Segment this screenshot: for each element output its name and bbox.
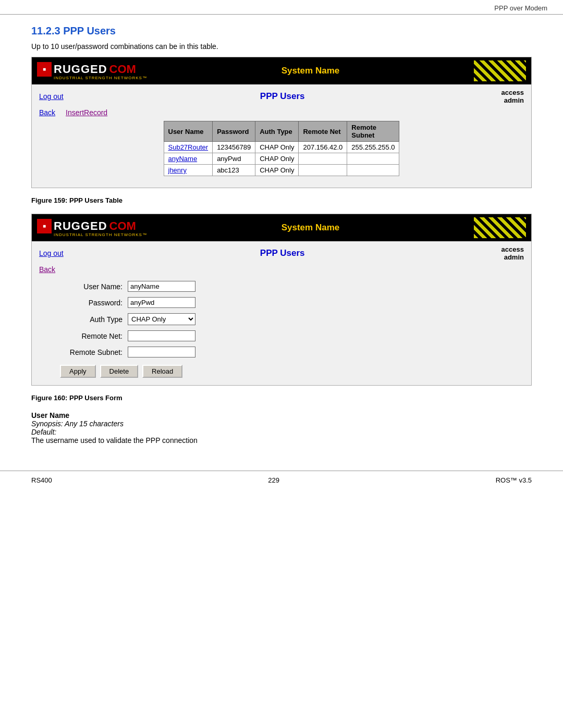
table-cell <box>347 153 399 165</box>
form-label-remotesubnet: Remote Subnet: <box>60 348 128 356</box>
form-label-authtype: Auth Type <box>60 315 128 324</box>
ruggedcom-logo-1: ■ RUGGEDCOM INDUSTRIAL STRENGTH NETWORKS… <box>37 62 147 80</box>
table-cell[interactable]: anyName <box>164 153 213 165</box>
footer-center: 229 <box>268 476 279 484</box>
table-cell[interactable]: Sub27Router <box>164 142 213 153</box>
form-input-remotenet[interactable] <box>128 330 195 341</box>
panel-2-header: ■ RUGGEDCOM INDUSTRIAL STRENGTH NETWORKS… <box>32 214 531 241</box>
panel-2-nav: Log out PPP Users access admin <box>39 245 524 261</box>
form-row-password: Password: <box>60 297 524 308</box>
col-header-password: Password <box>213 121 255 142</box>
field-default: Default: <box>31 428 532 436</box>
form-row-remotenet: Remote Net: <box>60 330 524 341</box>
form-row-remotesubnet: Remote Subnet: <box>60 347 524 357</box>
form-input-username[interactable] <box>128 281 195 292</box>
logo-com-1: COM <box>109 63 136 76</box>
section-heading: 11.2.3 PPP Users <box>31 25 532 37</box>
panel-1-secondary-nav: Back InsertRecord <box>39 108 524 117</box>
panel-2-nav-left: Log out <box>39 249 64 257</box>
panel-1-title: PPP Users <box>64 91 501 102</box>
panel-1-body: Log out PPP Users access admin Back Inse… <box>32 84 531 188</box>
table-cell: CHAP Only <box>255 153 299 165</box>
page-header: PPP over Modem <box>0 0 563 15</box>
table-row: jhenryabc123CHAP Only <box>164 165 399 176</box>
field-synopsis: Synopsis: Any 15 characters <box>31 419 532 428</box>
panel-1-logout[interactable]: Log out <box>39 92 64 101</box>
figure-2-caption: Figure 160: PPP Users Form <box>31 394 532 402</box>
panel-2-title: PPP Users <box>64 248 501 258</box>
logo-tagline-2: INDUSTRIAL STRENGTH NETWORKS™ <box>54 232 147 237</box>
col-header-username: User Name <box>164 121 213 142</box>
panel-1-nav: Log out PPP Users access admin <box>39 89 524 104</box>
field-name-label: User Name <box>31 411 532 419</box>
footer-left: RS400 <box>31 476 52 484</box>
reload-button[interactable]: Reload <box>142 365 182 378</box>
logo-icon-1: ■ <box>37 62 52 77</box>
form-row-username: User Name: <box>60 281 524 292</box>
panel-1-ppp-users-table: ■ RUGGEDCOM INDUSTRIAL STRENGTH NETWORKS… <box>31 57 532 188</box>
panel-1-nav-left: Log out <box>39 92 64 101</box>
panel-1-stripe <box>474 60 526 81</box>
logo-rugged-2: RUGGED <box>54 219 107 233</box>
panel-2-ppp-users-form: ■ RUGGEDCOM INDUSTRIAL STRENGTH NETWORKS… <box>31 214 532 386</box>
logo-com-2: COM <box>109 219 136 233</box>
table-cell: anyPwd <box>213 153 255 165</box>
table-cell: 255.255.255.0 <box>347 142 399 153</box>
panel-2-body: Log out PPP Users access admin Back User… <box>32 241 531 385</box>
header-section-label: PPP over Modem <box>494 4 547 12</box>
section-intro: Up to 10 user/password combinations can … <box>31 42 532 51</box>
panel-2-stripe <box>474 217 526 238</box>
form-label-password: Password: <box>60 299 128 307</box>
table-cell: 207.156.42.0 <box>299 142 347 153</box>
field-desc-text: The username used to validate the PPP co… <box>31 436 532 445</box>
field-description: User Name Synopsis: Any 15 characters De… <box>31 411 532 445</box>
panel-2-access: access admin <box>501 245 524 261</box>
table-cell[interactable]: jhenry <box>164 165 213 176</box>
panel-2-secondary-nav: Back <box>39 265 524 274</box>
logo-tagline-1: INDUSTRIAL STRENGTH NETWORKS™ <box>54 76 147 80</box>
delete-button[interactable]: Delete <box>100 365 139 378</box>
panel-2-back[interactable]: Back <box>39 265 55 274</box>
footer-right: ROS™ v3.5 <box>496 476 532 484</box>
table-cell <box>347 165 399 176</box>
form-buttons: Apply Delete Reload <box>60 365 524 378</box>
table-row: Sub27Router123456789CHAP Only207.156.42.… <box>164 142 399 153</box>
table-cell: CHAP Only <box>255 165 299 176</box>
form-label-username: User Name: <box>60 282 128 291</box>
panel-1-insert-record[interactable]: InsertRecord <box>66 108 107 117</box>
logo-rugged-1: RUGGED <box>54 63 107 76</box>
panel-2-system-name: System Name <box>147 223 474 233</box>
table-cell: abc123 <box>213 165 255 176</box>
table-row: anyNameanyPwdCHAP Only <box>164 153 399 165</box>
col-header-authtype: Auth Type <box>255 121 299 142</box>
form-input-remotesubnet[interactable] <box>128 347 195 357</box>
apply-button[interactable]: Apply <box>60 365 96 378</box>
figure-1-caption: Figure 159: PPP Users Table <box>31 196 532 204</box>
col-header-remotenet: Remote Net <box>299 121 347 142</box>
col-header-remotesubnet: RemoteSubnet <box>347 121 399 142</box>
table-cell <box>299 153 347 165</box>
form-row-authtype: Auth Type CHAP Only PAP Only Either <box>60 313 524 325</box>
table-cell: CHAP Only <box>255 142 299 153</box>
panel-1-table: User Name Password Auth Type Remote Net … <box>164 121 400 176</box>
form-select-authtype[interactable]: CHAP Only PAP Only Either <box>128 313 195 325</box>
panel-1-back[interactable]: Back <box>39 108 55 117</box>
ruggedcom-logo-2: ■ RUGGEDCOM INDUSTRIAL STRENGTH NETWORKS… <box>37 219 147 237</box>
panel-1-access: access admin <box>501 89 524 104</box>
panel-2-logout[interactable]: Log out <box>39 249 64 257</box>
panel-1-header: ■ RUGGEDCOM INDUSTRIAL STRENGTH NETWORKS… <box>32 57 531 84</box>
form-input-password[interactable] <box>128 297 195 308</box>
page-footer: RS400 229 ROS™ v3.5 <box>0 471 563 489</box>
table-cell: 123456789 <box>213 142 255 153</box>
form-label-remotenet: Remote Net: <box>60 332 128 340</box>
table-cell <box>299 165 347 176</box>
panel-1-system-name: System Name <box>147 66 474 76</box>
logo-icon-2: ■ <box>37 219 52 233</box>
